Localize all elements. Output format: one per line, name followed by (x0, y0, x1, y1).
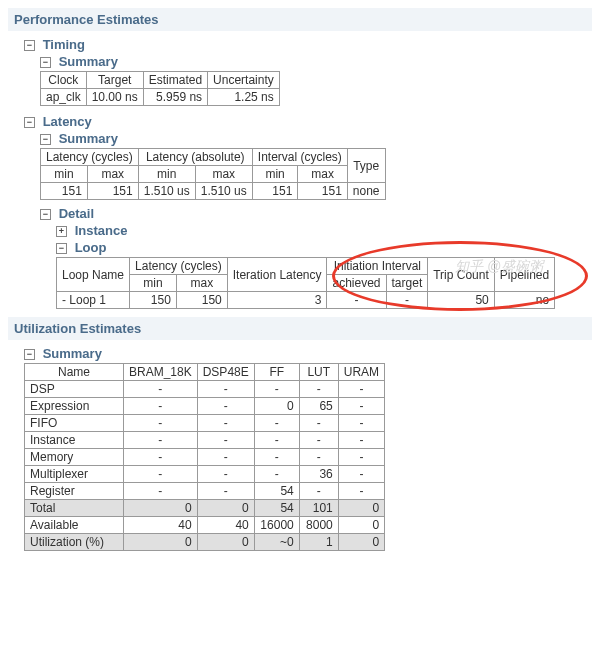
table-row: Multiplexer---36- (25, 466, 385, 483)
cell: - (338, 415, 384, 432)
cell: 0 (197, 534, 254, 551)
col-min: min (41, 166, 88, 183)
cell: - (254, 432, 299, 449)
collapse-icon[interactable]: − (24, 349, 35, 360)
collapse-icon[interactable]: − (24, 117, 35, 128)
cell: - (327, 292, 386, 309)
col-latency-abs: Latency (absolute) (138, 149, 252, 166)
cell: - (124, 483, 198, 500)
cell-clock: ap_clk (41, 89, 87, 106)
latency-summary-title: Summary (59, 131, 118, 146)
cell: - (386, 292, 428, 309)
cell: - (197, 432, 254, 449)
timing-summary-header[interactable]: − Summary (40, 54, 592, 69)
cell: no (494, 292, 554, 309)
cell: 36 (299, 466, 338, 483)
cell-estimated: 5.959 ns (143, 89, 207, 106)
col-uncertainty: Uncertainty (208, 72, 280, 89)
available-row: Available 40 40 16000 8000 0 (25, 517, 385, 534)
table-row: Loop Name Latency (cycles) Iteration Lat… (57, 258, 555, 275)
cell: 3 (227, 292, 327, 309)
cell: 54 (254, 483, 299, 500)
cell: 1.510 us (138, 183, 195, 200)
col-name: Name (25, 364, 124, 381)
cell: 150 (130, 292, 177, 309)
loop-header[interactable]: − Loop (56, 240, 592, 255)
col-estimated: Estimated (143, 72, 207, 89)
loop-table: Loop Name Latency (cycles) Iteration Lat… (56, 257, 555, 309)
collapse-icon[interactable]: − (40, 57, 51, 68)
col-min: min (138, 166, 195, 183)
col-interval: Interval (cycles) (252, 149, 347, 166)
cell-uncertainty: 1.25 ns (208, 89, 280, 106)
collapse-icon[interactable]: − (24, 40, 35, 51)
cell: ~0 (254, 534, 299, 551)
latency-header[interactable]: − Latency (24, 114, 592, 129)
cell: 65 (299, 398, 338, 415)
col-max: max (87, 166, 138, 183)
table-row: DSP----- (25, 381, 385, 398)
cell: 0 (124, 534, 198, 551)
cell: - (197, 466, 254, 483)
cell: 0 (254, 398, 299, 415)
detail-title: Detail (59, 206, 94, 221)
cell: - (299, 381, 338, 398)
utilization-table: Name BRAM_18K DSP48E FF LUT URAM DSP----… (24, 363, 385, 551)
table-row: min max min max min max (41, 166, 386, 183)
col-type: Type (347, 149, 385, 183)
latency-summary-header[interactable]: − Summary (40, 131, 592, 146)
col-iter-latency: Iteration Latency (227, 258, 327, 292)
cell-name: Total (25, 500, 124, 517)
cell-loop-name: - Loop 1 (57, 292, 130, 309)
cell: 0 (338, 534, 384, 551)
table-row: Expression--065- (25, 398, 385, 415)
col-uram: URAM (338, 364, 384, 381)
cell: - (254, 449, 299, 466)
timing-header[interactable]: − Timing (24, 37, 592, 52)
cell: - (338, 432, 384, 449)
cell: 0 (338, 517, 384, 534)
table-row: Instance----- (25, 432, 385, 449)
cell-name: FIFO (25, 415, 124, 432)
cell: 151 (298, 183, 347, 200)
cell: 0 (197, 500, 254, 517)
collapse-icon[interactable]: − (56, 243, 67, 254)
expand-icon[interactable]: + (56, 226, 67, 237)
cell: - (338, 466, 384, 483)
col-target: Target (86, 72, 143, 89)
cell: 151 (41, 183, 88, 200)
cell-name: Expression (25, 398, 124, 415)
total-row: Total 0 0 54 101 0 (25, 500, 385, 517)
table-row: FIFO----- (25, 415, 385, 432)
cell: - (124, 449, 198, 466)
cell-name: Instance (25, 432, 124, 449)
cell: - (338, 398, 384, 415)
table-row: Latency (cycles) Latency (absolute) Inte… (41, 149, 386, 166)
collapse-icon[interactable]: − (40, 134, 51, 145)
utilization-estimates-title: Utilization Estimates (8, 317, 592, 340)
col-bram: BRAM_18K (124, 364, 198, 381)
cell: 40 (124, 517, 198, 534)
col-target: target (386, 275, 428, 292)
detail-header[interactable]: − Detail (40, 206, 592, 221)
latency-title: Latency (43, 114, 92, 129)
col-achieved: achieved (327, 275, 386, 292)
col-lut: LUT (299, 364, 338, 381)
cell: - (254, 466, 299, 483)
cell: 151 (252, 183, 298, 200)
cell: - (299, 432, 338, 449)
cell: 150 (176, 292, 227, 309)
col-loop-name: Loop Name (57, 258, 130, 292)
cell: 0 (124, 500, 198, 517)
col-max: max (195, 166, 252, 183)
utilization-row: Utilization (%) 0 0 ~0 1 0 (25, 534, 385, 551)
cell: - (197, 483, 254, 500)
util-summary-header[interactable]: − Summary (24, 346, 592, 361)
cell-name: Memory (25, 449, 124, 466)
col-max: max (176, 275, 227, 292)
instance-header[interactable]: + Instance (56, 223, 592, 238)
cell: - (299, 449, 338, 466)
cell: 54 (254, 500, 299, 517)
cell-name: Register (25, 483, 124, 500)
collapse-icon[interactable]: − (40, 209, 51, 220)
